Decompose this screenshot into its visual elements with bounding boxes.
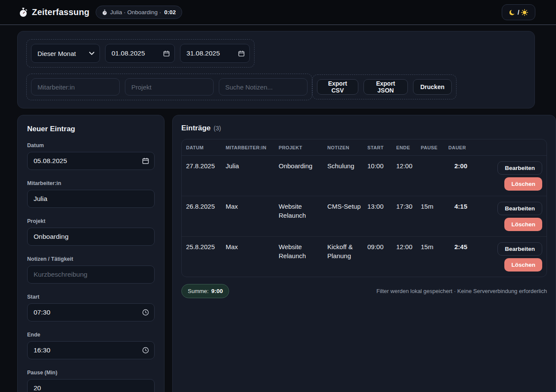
cell-actions: Bearbeiten Löschen: [471, 237, 542, 277]
calendar-icon[interactable]: [142, 157, 149, 164]
employee-filter-input[interactable]: [31, 78, 120, 96]
app-title: Zeiterfassung: [32, 7, 90, 17]
range-select-value: Dieser Monat: [37, 50, 76, 57]
table-row: 27.8.2025 Julia Onboarding Schulung 10:0…: [182, 156, 547, 196]
entries-panel: Einträge (3) Datum Mitarbeiter:in Projek…: [172, 115, 556, 392]
ende-label: Ende: [27, 332, 155, 338]
delete-button[interactable]: Löschen: [504, 177, 542, 191]
cell-mitarbeiter: Max: [226, 237, 279, 277]
timer-badge-text: Julia · Onboarding ·: [110, 9, 162, 15]
delete-button[interactable]: Löschen: [504, 218, 542, 231]
delete-button[interactable]: Löschen: [504, 258, 542, 272]
date-to-field: [180, 44, 250, 63]
topbar: Zeiterfassung Julia · Onboarding · 0:02 …: [0, 0, 556, 25]
export-json-button[interactable]: Export JSON: [363, 79, 408, 95]
calendar-icon[interactable]: [238, 50, 245, 57]
print-button[interactable]: Drucken: [413, 79, 452, 95]
col-header-ende: Ende: [396, 139, 421, 155]
ende-input[interactable]: [28, 342, 154, 359]
edit-button[interactable]: Bearbeiten: [497, 242, 542, 256]
cell-dauer: 4:15: [448, 196, 471, 236]
form-title: Neuer Eintrag: [27, 125, 155, 133]
col-header-start: Start: [367, 139, 396, 155]
table-row: 26.8.2025 Max Website Relaunch CMS-Setup…: [182, 196, 547, 237]
theme-toggle-button[interactable]: /: [502, 4, 535, 20]
cell-ende: 17:30: [396, 196, 421, 236]
project-filter-input[interactable]: [125, 78, 214, 96]
cell-pause: 15m: [421, 237, 448, 277]
clock-icon[interactable]: [142, 309, 149, 316]
theme-toggle-separator: /: [518, 9, 519, 16]
cell-mitarbeiter: Julia: [226, 156, 279, 196]
cell-pause: [421, 156, 448, 196]
sum-label: Summe:: [188, 288, 208, 294]
col-header-pause: Pause: [421, 139, 448, 155]
sun-icon: [521, 9, 528, 16]
export-button-group: Export CSV Export JSON Drucken: [312, 74, 457, 99]
chevron-down-icon: [89, 52, 94, 55]
calendar-icon[interactable]: [163, 50, 170, 57]
edit-button[interactable]: Bearbeiten: [497, 161, 542, 175]
cell-projekt: Website Relaunch: [279, 196, 327, 236]
entries-title: Einträge: [181, 124, 211, 133]
cell-datum: 26.8.2025: [186, 196, 226, 236]
projekt-field: Projekt: [27, 218, 155, 246]
pause-label: Pause (Min): [27, 370, 155, 376]
storage-hint: Filter werden lokal gespeichert · Keine …: [376, 288, 547, 294]
notizen-field: Notizen / Tätigkeit: [27, 256, 155, 284]
datum-label: Datum: [27, 142, 155, 148]
start-label: Start: [27, 294, 155, 300]
running-timer-badge[interactable]: Julia · Onboarding · 0:02: [96, 6, 183, 19]
cell-projekt: Onboarding: [279, 156, 327, 196]
table-header-row: Datum Mitarbeiter:in Projekt Notizen Sta…: [182, 139, 547, 156]
ende-field: Ende: [27, 332, 155, 359]
entries-count: (3): [214, 125, 221, 132]
col-header-dauer: Dauer: [448, 139, 471, 155]
cell-ende: 12:00: [396, 237, 421, 277]
projekt-label: Projekt: [27, 218, 155, 224]
date-from-field: [105, 44, 175, 63]
cell-start: 13:00: [367, 196, 396, 236]
filter-card: Dieser Monat: [17, 31, 535, 108]
cell-mitarbeiter: Max: [226, 196, 279, 236]
mitarbeiter-label: Mitarbeiter:in: [27, 180, 155, 186]
notes-search-input[interactable]: [219, 78, 308, 96]
moon-icon: [509, 9, 516, 16]
cell-dauer: 2:45: [448, 237, 471, 277]
sum-value: 9:00: [211, 288, 223, 294]
mitarbeiter-field: Mitarbeiter:in: [27, 180, 155, 208]
stopwatch-icon: [19, 8, 28, 17]
stopwatch-icon: [102, 9, 107, 15]
edit-button[interactable]: Bearbeiten: [497, 202, 542, 215]
projekt-input[interactable]: [28, 228, 154, 245]
app-logo: Zeiterfassung: [19, 7, 90, 17]
cell-notizen: Schulung: [327, 156, 367, 196]
cell-notizen: CMS-Setup: [327, 196, 367, 236]
col-header-mitarbeiter: Mitarbeiter:in: [226, 139, 279, 155]
clock-icon[interactable]: [142, 347, 149, 354]
col-header-projekt: Projekt: [279, 139, 327, 155]
range-select[interactable]: Dieser Monat: [31, 44, 100, 63]
start-input[interactable]: [28, 304, 154, 321]
cell-notizen: Kickoff & Planung: [327, 237, 367, 277]
notizen-input[interactable]: [28, 266, 154, 283]
col-header-notizen: Notizen: [327, 139, 367, 155]
datum-input[interactable]: [28, 152, 154, 170]
pause-input[interactable]: [28, 380, 154, 392]
pause-field: Pause (Min): [27, 370, 155, 392]
cell-dauer: 2:00: [448, 156, 471, 196]
sum-badge: Summe: 9:00: [181, 284, 229, 298]
date-range-group: Dieser Monat: [26, 39, 255, 68]
col-header-datum: Datum: [186, 139, 226, 155]
mitarbeiter-input[interactable]: [28, 190, 154, 207]
cell-datum: 25.8.2025: [186, 237, 226, 277]
cell-datum: 27.8.2025: [186, 156, 226, 196]
start-field: Start: [27, 294, 155, 321]
cell-start: 09:00: [367, 237, 396, 277]
cell-actions: Bearbeiten Löschen: [471, 156, 542, 196]
timer-badge-time: 0:02: [164, 9, 176, 15]
export-csv-button[interactable]: Export CSV: [317, 79, 358, 95]
cell-actions: Bearbeiten Löschen: [471, 196, 542, 236]
notizen-label: Notizen / Tätigkeit: [27, 256, 155, 262]
datum-field: Datum: [27, 142, 155, 170]
